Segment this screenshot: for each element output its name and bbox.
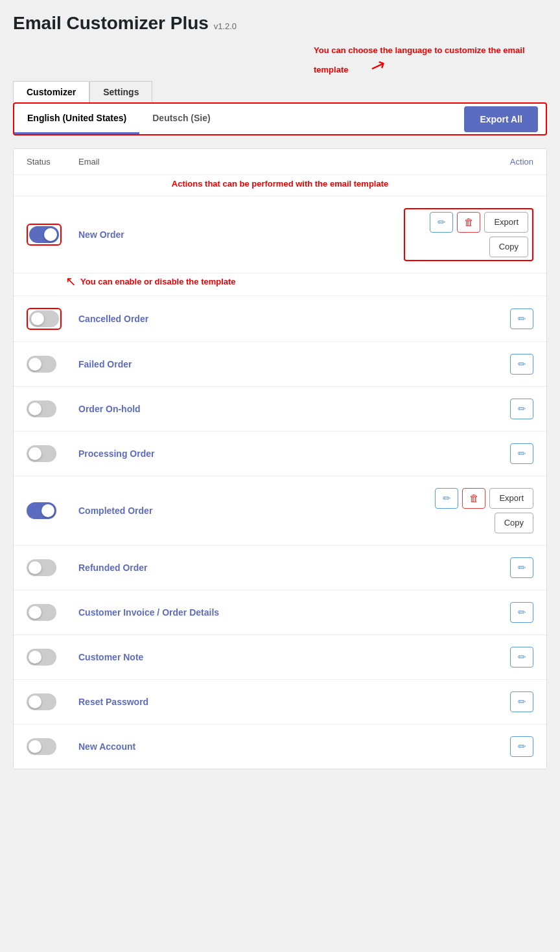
toggle-thumb <box>29 402 41 415</box>
email-name-failed-order: Failed Order <box>78 359 404 369</box>
toggle-track <box>27 649 56 666</box>
main-tabs: Customizer Settings <box>13 81 547 102</box>
table-row: Failed Order ✏ <box>14 342 546 387</box>
toggle-col-cancelled-order <box>27 308 78 330</box>
edit-button-new-account[interactable]: ✏ <box>510 736 533 757</box>
edit-button-new-order[interactable]: ✏ <box>430 212 453 233</box>
edit-button-completed-order[interactable]: ✏ <box>435 488 458 509</box>
actions-annotation-text: Actions that can be performed with the e… <box>172 179 388 189</box>
toggle-thumb <box>44 228 57 241</box>
toggle-col-new-account <box>27 738 78 755</box>
toggle-thumb <box>29 358 41 371</box>
header-email: Email <box>78 157 404 167</box>
email-name-order-onhold: Order On-hold <box>78 404 404 414</box>
toggle-col-processing-order <box>27 445 78 462</box>
email-name-new-account: New Account <box>78 741 404 752</box>
email-table: Status Email Action Actions that can be … <box>13 148 547 769</box>
top-annotation-text: You can choose the language to customize… <box>314 45 525 75</box>
table-header-row: Status Email Action <box>14 149 546 175</box>
export-button-completed-order[interactable]: Export <box>489 488 533 509</box>
edit-button-order-onhold[interactable]: ✏ <box>510 399 533 419</box>
email-name-new-order: New Order <box>78 229 404 240</box>
edit-button-customer-invoice[interactable]: ✏ <box>510 602 533 623</box>
edit-button-processing-order[interactable]: ✏ <box>510 443 533 464</box>
email-name-customer-invoice: Customer Invoice / Order Details <box>78 607 404 618</box>
toggle-track <box>29 226 59 243</box>
tab-customizer[interactable]: Customizer <box>13 81 89 102</box>
edit-button-failed-order[interactable]: ✏ <box>510 354 533 375</box>
toggle-thumb <box>29 740 41 753</box>
table-row: Completed Order ✏ 🗑 Export Copy <box>14 476 546 546</box>
page-header: Email Customizer Plus v1.2.0 <box>13 13 547 34</box>
edit-button-refunded-order[interactable]: ✏ <box>510 557 533 578</box>
language-tabs: English (United States) Deutsch (Sie) <box>14 104 464 134</box>
email-name-completed-order: Completed Order <box>78 505 404 516</box>
toggle-order-onhold[interactable] <box>27 401 56 417</box>
toggle-track <box>27 356 56 373</box>
email-name-reset-password: Reset Password <box>78 697 404 707</box>
actions-col-reset-password: ✏ <box>404 691 533 712</box>
toggle-col-new-order <box>27 224 78 246</box>
header-action: Action <box>404 157 533 167</box>
toggle-annotation-row: ↖ You can enable or disable the template <box>14 273 546 296</box>
toggle-processing-order[interactable] <box>27 445 56 462</box>
export-all-button[interactable]: Export All <box>464 106 538 132</box>
actions-col-new-order: ✏ 🗑 Export Copy <box>404 208 533 261</box>
copy-button-new-order[interactable]: Copy <box>489 237 528 257</box>
email-name-cancelled-order: Cancelled Order <box>78 314 404 324</box>
copy-button-completed-order[interactable]: Copy <box>495 513 533 533</box>
table-row: Customer Invoice / Order Details ✏ <box>14 590 546 635</box>
table-row: Customer Note ✏ <box>14 635 546 680</box>
toggle-col-completed-order <box>27 502 78 519</box>
toggle-annotation-block: ↖ You can enable or disable the template <box>65 276 533 289</box>
toggle-failed-order[interactable] <box>27 356 56 373</box>
table-row: Cancelled Order ✏ <box>14 296 546 342</box>
edit-button-customer-note[interactable]: ✏ <box>510 647 533 668</box>
email-name-customer-note: Customer Note <box>78 652 404 662</box>
table-row: Reset Password ✏ <box>14 680 546 725</box>
actions-highlight-new-order: ✏ 🗑 Export Copy <box>404 208 533 261</box>
toggle-thumb <box>29 561 41 574</box>
toggle-thumb <box>29 651 41 664</box>
toggle-refunded-order[interactable] <box>27 559 56 576</box>
app-title: Email Customizer Plus v1.2.0 <box>13 13 237 34</box>
table-row: New Order ✏ 🗑 Export Copy <box>14 196 546 273</box>
edit-button-cancelled-order[interactable]: ✏ <box>510 308 533 329</box>
toggle-track <box>27 604 56 621</box>
actions-col-customer-invoice: ✏ <box>404 602 533 623</box>
top-annotation-block: You can choose the language to customize… <box>314 44 534 76</box>
toggle-thumb <box>31 312 44 325</box>
toggle-highlight-cancelled-order <box>27 308 62 330</box>
toggle-new-account[interactable] <box>27 738 56 755</box>
language-export-row: English (United States) Deutsch (Sie) Ex… <box>13 102 547 135</box>
toggle-track <box>27 559 56 576</box>
toggle-reset-password[interactable] <box>27 693 56 710</box>
toggle-col-reset-password <box>27 693 78 710</box>
toggle-track <box>27 738 56 755</box>
export-button-new-order[interactable]: Export <box>484 212 528 233</box>
delete-button-completed-order[interactable]: 🗑 <box>462 488 485 509</box>
tab-settings[interactable]: Settings <box>89 81 152 102</box>
toggle-customer-invoice[interactable] <box>27 604 56 621</box>
toggle-annotation-text: You can enable or disable the template <box>80 276 236 288</box>
actions-col-processing-order: ✏ <box>404 443 533 464</box>
edit-button-reset-password[interactable]: ✏ <box>510 691 533 712</box>
toggle-new-order[interactable] <box>29 226 59 243</box>
toggle-highlight-new-order <box>27 224 62 246</box>
annotation-arrow-top: ↙ <box>368 56 388 78</box>
actions-col-refunded-order: ✏ <box>404 557 533 578</box>
actions-annotation-area: Actions that can be performed with the e… <box>14 175 546 195</box>
toggle-thumb <box>29 606 41 619</box>
toggle-col-order-onhold <box>27 401 78 417</box>
lang-tab-deutsch[interactable]: Deutsch (Sie) <box>139 104 223 134</box>
toggle-customer-note[interactable] <box>27 649 56 666</box>
toggle-track <box>27 693 56 710</box>
lang-tab-english[interactable]: English (United States) <box>14 104 139 134</box>
actions-col-completed-order: ✏ 🗑 Export Copy <box>404 488 533 533</box>
toggle-cancelled-order[interactable] <box>29 310 59 327</box>
actions-col-new-account: ✏ <box>404 736 533 757</box>
delete-button-new-order[interactable]: 🗑 <box>457 212 480 233</box>
toggle-col-failed-order <box>27 356 78 373</box>
toggle-completed-order[interactable] <box>27 502 56 519</box>
page-wrapper: Email Customizer Plus v1.2.0 You can cho… <box>13 13 547 769</box>
